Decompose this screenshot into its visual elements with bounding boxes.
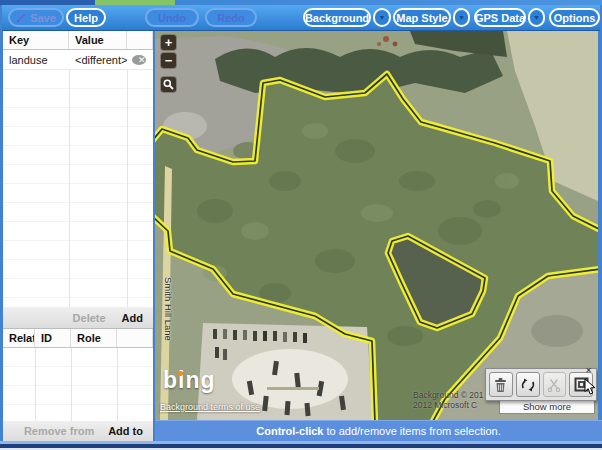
tags-buttons-row: Delete Add	[3, 307, 153, 329]
column-header-role: Role	[71, 329, 117, 347]
tags-table: Key Value landuse <different> ✕	[3, 31, 153, 307]
undo-button[interactable]: Undo	[145, 8, 199, 27]
reverse-direction-icon	[520, 377, 536, 393]
add-tag-button[interactable]: Add	[122, 312, 143, 324]
column-header-key: Key	[3, 31, 69, 49]
tag-editor-sidebar: Key Value landuse <different> ✕ Delete A…	[3, 31, 153, 441]
copyright-line2: 2012 Microsoft C	[413, 400, 484, 410]
imagery-copyright: Background © 201 2012 Microsoft C	[413, 390, 484, 410]
gps-data-dropdown-button[interactable]: ▼	[528, 8, 545, 27]
options-button[interactable]: Options	[549, 8, 600, 27]
status-bar: Control-click to add/remove items from s…	[155, 420, 602, 441]
background-terms-link[interactable]: Background terms of use	[160, 402, 260, 412]
background-label: Background	[305, 12, 369, 24]
magnifier-icon	[163, 79, 174, 90]
chevron-down-icon: ▼	[458, 14, 465, 21]
column-header-id: ID	[35, 329, 71, 347]
split-way-button[interactable]	[543, 372, 567, 397]
gps-data-button[interactable]: GPS Data	[474, 8, 526, 27]
zoom-out-button[interactable]: −	[160, 52, 177, 69]
tag-key-cell[interactable]: landuse	[3, 54, 69, 66]
relations-buttons-row: Remove from Add to	[3, 421, 153, 441]
map-canvas[interactable]: + − Smith Hill Lane bing Background term…	[155, 31, 598, 420]
remove-tag-icon[interactable]: ✕	[132, 55, 146, 65]
tags-table-empty-area	[3, 70, 153, 308]
minus-icon: −	[165, 53, 173, 68]
plus-icon: +	[165, 35, 173, 50]
map-style-label: Map Style	[396, 12, 447, 24]
map-style-button[interactable]: Map Style	[393, 8, 451, 27]
copyright-line1: Background © 201	[413, 390, 484, 400]
tags-table-header: Key Value	[3, 31, 153, 50]
bing-logo-dot	[178, 371, 183, 376]
options-label: Options	[554, 12, 596, 24]
save-label: Save	[30, 12, 56, 24]
column-header-value: Value	[69, 31, 127, 49]
reverse-direction-button[interactable]	[516, 372, 540, 397]
delete-tag-button[interactable]: Delete	[73, 312, 106, 324]
relations-table-header: Relati ID Role	[3, 329, 153, 348]
help-label: Help	[74, 12, 98, 24]
road-name-label: Smith Hill Lane	[163, 277, 174, 341]
trash-icon	[493, 377, 508, 393]
relations-table-empty-area	[3, 348, 153, 421]
background-dropdown-button[interactable]: ▼	[373, 8, 391, 27]
status-message: to add/remove items from selection.	[326, 425, 500, 437]
main-toolbar: Save Help Undo Redo Background ▼ Map Sty…	[2, 5, 600, 31]
delete-item-button[interactable]	[489, 372, 513, 397]
status-emphasis: Control-click	[256, 425, 323, 437]
chevron-down-icon: ▼	[379, 14, 386, 21]
relations-table: Relati ID Role	[3, 329, 153, 421]
tag-value-cell[interactable]: <different>	[69, 54, 127, 66]
redo-label: Redo	[217, 12, 245, 24]
selection-context-toolbar: ✕	[485, 368, 597, 414]
zoom-to-selection-button[interactable]	[160, 76, 177, 93]
mouse-cursor	[584, 378, 598, 396]
column-header-relation: Relati	[3, 329, 35, 347]
close-icon[interactable]: ✕	[585, 367, 592, 375]
undo-label: Undo	[158, 12, 186, 24]
table-row[interactable]: landuse <different> ✕	[3, 50, 153, 70]
save-button[interactable]: Save	[8, 8, 64, 27]
chevron-down-icon: ▼	[533, 14, 540, 21]
gps-data-label: GPS Data	[475, 12, 525, 24]
add-to-relation-button[interactable]: Add to	[108, 425, 143, 437]
remove-from-relation-button[interactable]: Remove from	[24, 425, 94, 437]
scissors-icon	[547, 378, 561, 392]
help-button[interactable]: Help	[66, 8, 106, 27]
zoom-in-button[interactable]: +	[160, 34, 177, 51]
potlatch-editor-window: Save Help Undo Redo Background ▼ Map Sty…	[0, 0, 602, 450]
show-more-button[interactable]: Show more	[499, 401, 595, 414]
background-button[interactable]: Background	[303, 8, 371, 27]
redo-button[interactable]: Redo	[205, 8, 257, 27]
aerial-imagery	[155, 31, 598, 420]
pencil-icon	[16, 12, 27, 23]
bing-logo: bing	[163, 367, 216, 394]
map-style-dropdown-button[interactable]: ▼	[453, 8, 470, 27]
